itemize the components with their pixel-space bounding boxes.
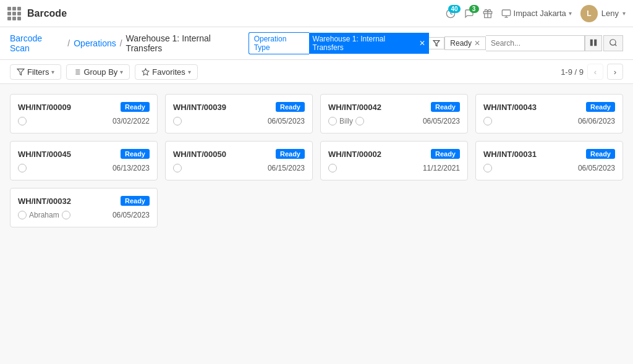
card-status-badge: Ready xyxy=(121,102,150,112)
filters-button[interactable]: Filters ▾ xyxy=(10,64,61,80)
user-name: Leny xyxy=(601,9,619,18)
card-circle-icon xyxy=(18,211,27,219)
breadcrumb-bar: Barcode Scan / Operations / Warehouse 1:… xyxy=(0,27,633,60)
card-circle-icon xyxy=(483,117,492,125)
prev-page-button[interactable]: ‹ xyxy=(587,64,603,80)
card-header: WH/INT/00045 Ready xyxy=(18,149,150,159)
card-id: WH/INT/00039 xyxy=(173,103,226,112)
breadcrumb-page: Warehouse 1: Internal Transfers xyxy=(126,33,249,53)
card-assignee-icon xyxy=(355,117,364,125)
org-chevron: ▾ xyxy=(569,10,572,17)
search-input[interactable] xyxy=(486,35,585,51)
chat-icon-btn[interactable]: 3 xyxy=(464,9,474,19)
card-body: 06/13/2023 xyxy=(18,164,150,172)
card-id: WH/INT/00045 xyxy=(18,150,71,159)
card-circle-icon xyxy=(18,164,27,172)
filters-icon xyxy=(17,68,25,76)
card-id: WH/INT/00042 xyxy=(328,103,381,112)
card-date: 06/13/2023 xyxy=(113,164,150,172)
transfer-card[interactable]: WH/INT/00042 Ready Billy 06/05/2023 xyxy=(320,94,468,133)
card-date: 11/12/2021 xyxy=(423,164,460,172)
card-status-badge: Ready xyxy=(121,149,150,159)
card-sub xyxy=(483,117,492,125)
search-icon xyxy=(609,38,618,47)
card-body: 06/05/2023 xyxy=(483,164,615,172)
transfer-card[interactable]: WH/INT/00009 Ready 03/02/2022 xyxy=(10,94,158,133)
card-sub xyxy=(173,117,182,125)
transfer-card[interactable]: WH/INT/00039 Ready 06/05/2023 xyxy=(165,94,313,133)
next-page-button[interactable]: › xyxy=(607,64,623,80)
svg-marker-11 xyxy=(17,69,24,75)
card-id: WH/INT/00009 xyxy=(18,103,71,112)
gift-icon-btn[interactable] xyxy=(483,9,493,19)
filter-type-label: Operation Type xyxy=(249,32,309,54)
filter-ready: Ready ✕ xyxy=(444,36,486,50)
card-body: 06/05/2023 xyxy=(173,117,305,125)
card-circle-icon xyxy=(483,164,492,172)
transfer-card[interactable]: WH/INT/00032 Ready Abraham 06/05/2023 xyxy=(10,188,158,227)
card-date: 03/02/2022 xyxy=(113,117,150,125)
toolbar: Filters ▾ Group By ▾ Favorites ▾ 1-9 / 9… xyxy=(0,60,633,84)
filter-ready-close[interactable]: ✕ xyxy=(474,39,480,48)
pagination: 1-9 / 9 ‹ › xyxy=(561,64,623,80)
pagination-text: 1-9 / 9 xyxy=(561,67,584,77)
groupby-icon xyxy=(73,68,81,76)
transfer-card[interactable]: WH/INT/00050 Ready 06/15/2023 xyxy=(165,141,313,180)
card-id: WH/INT/00032 xyxy=(18,197,71,206)
card-date: 06/05/2023 xyxy=(423,117,460,125)
filter-tags: Operation Type Warehouse 1: Internal Tra… xyxy=(249,32,486,54)
top-nav: Barcode 40 3 Impact Ja xyxy=(0,0,633,27)
card-id: WH/INT/00050 xyxy=(173,150,226,159)
card-assignee-icon xyxy=(62,211,70,219)
transfer-card[interactable]: WH/INT/00031 Ready 06/05/2023 xyxy=(475,141,623,180)
card-assignee: Abraham xyxy=(29,211,59,219)
card-id: WH/INT/00031 xyxy=(483,150,537,159)
org-name: Impact Jakarta xyxy=(514,9,566,18)
user-menu[interactable]: L Leny ▾ xyxy=(580,5,626,22)
svg-marker-18 xyxy=(142,69,149,75)
card-body: Abraham 06/05/2023 xyxy=(18,211,150,219)
card-id: WH/INT/00002 xyxy=(328,150,381,159)
card-circle-icon xyxy=(173,117,182,125)
groupby-button[interactable]: Group By ▾ xyxy=(66,64,130,80)
favorites-button[interactable]: Favorites ▾ xyxy=(135,64,197,80)
user-avatar: L xyxy=(580,5,598,22)
user-chevron: ▾ xyxy=(622,10,626,17)
app-title: Barcode xyxy=(27,8,67,19)
card-sub: Billy xyxy=(328,117,364,125)
breadcrumb-sep2: / xyxy=(120,38,122,48)
breadcrumb-root[interactable]: Barcode Scan xyxy=(10,33,64,53)
search-button[interactable] xyxy=(603,35,623,51)
transfer-card[interactable]: WH/INT/00002 Ready 11/12/2021 xyxy=(320,141,468,180)
card-circle-icon xyxy=(173,164,182,172)
card-date: 06/06/2023 xyxy=(578,117,615,125)
app-grid-icon[interactable] xyxy=(7,7,21,20)
card-header: WH/INT/00002 Ready xyxy=(328,149,460,159)
card-sub: Abraham xyxy=(18,211,70,219)
card-body: 06/06/2023 xyxy=(483,117,615,125)
card-header: WH/INT/00039 Ready xyxy=(173,102,305,112)
card-header: WH/INT/00032 Ready xyxy=(18,196,150,206)
clock-icon-btn[interactable]: 40 xyxy=(446,9,456,19)
svg-rect-8 xyxy=(594,39,597,46)
card-circle-icon xyxy=(18,117,27,125)
view-toggle-button[interactable] xyxy=(585,35,602,51)
card-status-badge: Ready xyxy=(431,102,460,112)
card-assignee: Billy xyxy=(339,117,353,125)
filter-type-close[interactable]: ✕ xyxy=(419,39,425,48)
org-selector[interactable]: Impact Jakarta ▾ xyxy=(501,9,572,19)
filter-type-value: Warehouse 1: Internal Transfers ✕ xyxy=(309,33,430,54)
card-date: 06/15/2023 xyxy=(268,164,305,172)
transfer-card[interactable]: WH/INT/00045 Ready 06/13/2023 xyxy=(10,141,158,180)
messages-badge: 3 xyxy=(469,5,479,13)
breadcrumb-section[interactable]: Operations xyxy=(74,38,116,48)
search-bar: Operation Type Warehouse 1: Internal Tra… xyxy=(249,32,623,54)
nav-right: 40 3 Impact Jakarta ▾ L Leny xyxy=(446,5,626,22)
card-sub xyxy=(173,164,182,172)
card-status-badge: Ready xyxy=(276,149,305,159)
content: WH/INT/00009 Ready 03/02/2022 WH/INT/000… xyxy=(0,84,633,364)
card-id: WH/INT/00043 xyxy=(483,103,537,112)
transfer-card[interactable]: WH/INT/00043 Ready 06/06/2023 xyxy=(475,94,623,133)
card-status-badge: Ready xyxy=(431,149,460,159)
svg-point-9 xyxy=(610,39,616,44)
